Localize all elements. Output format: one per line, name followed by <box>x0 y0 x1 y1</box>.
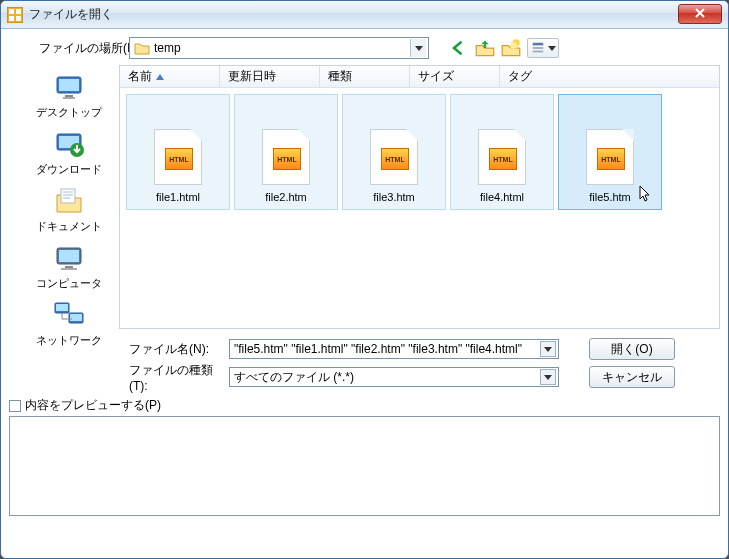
file-tile[interactable]: HTML file5.htm <box>558 94 662 210</box>
sidebar-item-downloads[interactable]: ダウンロード <box>36 128 102 177</box>
svg-rect-20 <box>61 268 77 270</box>
column-name-label: 名前 <box>128 68 152 85</box>
svg-rect-18 <box>59 250 79 262</box>
preview-block: 内容をプレビューする(P) <box>9 397 720 516</box>
file-tile[interactable]: HTML file3.htm <box>342 94 446 210</box>
app-icon <box>7 7 23 23</box>
sidebar-item-label: デスクトップ <box>36 105 102 120</box>
sidebar-item-label: ネットワーク <box>36 333 102 348</box>
filetype-row: ファイルの種類(T): すべてのファイル (*.*) キャンセル <box>129 365 720 389</box>
column-date-label: 更新日時 <box>228 68 276 85</box>
column-type-label: 種類 <box>328 68 352 85</box>
network-icon <box>53 299 85 331</box>
sort-asc-icon <box>156 74 164 80</box>
window-title: ファイルを開く <box>29 6 113 23</box>
preview-label: 内容をプレビューする(P) <box>25 397 161 414</box>
svg-rect-2 <box>16 9 21 14</box>
filename-drop-icon[interactable] <box>540 341 556 357</box>
column-type[interactable]: 種類 <box>320 66 410 87</box>
svg-rect-16 <box>61 189 75 203</box>
open-button[interactable]: 開く(O) <box>589 338 675 360</box>
svg-rect-1 <box>9 9 14 14</box>
file-tile[interactable]: HTML file2.htm <box>234 94 338 210</box>
svg-rect-11 <box>65 95 73 97</box>
filename-row: ファイル名(N): "file5.htm" "file1.html" "file… <box>129 337 720 361</box>
preview-pane <box>9 416 720 516</box>
preview-checkbox[interactable] <box>9 400 21 412</box>
sidebar-item-label: ダウンロード <box>36 162 102 177</box>
documents-icon <box>53 185 85 217</box>
svg-rect-10 <box>59 79 79 91</box>
new-folder-button[interactable] <box>501 38 521 58</box>
close-icon <box>695 7 705 21</box>
html-file-icon: HTML <box>586 129 634 185</box>
sidebar-item-network[interactable]: ネットワーク <box>36 299 102 348</box>
html-file-icon: HTML <box>154 129 202 185</box>
sidebar-item-label: ドキュメント <box>36 219 102 234</box>
svg-rect-7 <box>532 47 543 49</box>
location-value: temp <box>154 41 410 55</box>
column-size-label: サイズ <box>418 68 454 85</box>
file-list-area: 名前 更新日時 種類 サイズ タグ HTML file1.html HTML <box>119 65 720 329</box>
sidebar-item-desktop[interactable]: デスクトップ <box>36 71 102 120</box>
filename-value: "file5.htm" "file1.html" "file2.htm" "fi… <box>234 342 540 356</box>
file-label: file3.htm <box>373 191 415 203</box>
file-label: file1.html <box>156 191 200 203</box>
svg-rect-19 <box>65 266 73 268</box>
places-sidebar: デスクトップ ダウンロード ドキュメント コンピュータ ネットワーク <box>19 65 119 329</box>
file-label: file5.htm <box>589 191 631 203</box>
titlebar: ファイルを開く <box>1 1 728 29</box>
svg-rect-6 <box>532 43 543 46</box>
downloads-icon <box>53 128 85 160</box>
svg-rect-3 <box>9 16 14 21</box>
close-button[interactable] <box>678 4 722 24</box>
computer-icon <box>53 242 85 274</box>
back-button[interactable] <box>449 38 469 58</box>
html-file-icon: HTML <box>478 129 526 185</box>
folder-icon <box>134 40 150 56</box>
sidebar-item-label: コンピュータ <box>36 276 102 291</box>
column-headers: 名前 更新日時 種類 サイズ タグ <box>120 66 719 88</box>
open-file-dialog: ファイルを開く ファイルの場所(I): temp <box>0 0 729 559</box>
svg-rect-4 <box>16 16 21 21</box>
view-menu-button[interactable] <box>527 38 559 58</box>
svg-rect-12 <box>63 97 75 99</box>
cancel-button[interactable]: キャンセル <box>589 366 675 388</box>
filename-label: ファイル名(N): <box>129 341 229 358</box>
cancel-button-label: キャンセル <box>602 369 662 386</box>
file-label: file2.htm <box>265 191 307 203</box>
sidebar-item-computer[interactable]: コンピュータ <box>36 242 102 291</box>
column-date[interactable]: 更新日時 <box>220 66 320 87</box>
html-file-icon: HTML <box>262 129 310 185</box>
filetype-label: ファイルの種類(T): <box>129 362 229 393</box>
svg-rect-24 <box>70 314 82 321</box>
filename-form: ファイル名(N): "file5.htm" "file1.html" "file… <box>129 337 720 389</box>
column-tag[interactable]: タグ <box>500 66 719 87</box>
dialog-body: ファイルの場所(I): temp <box>9 35 720 550</box>
html-file-icon: HTML <box>370 129 418 185</box>
files-container: HTML file1.html HTML file2.htm HTML file… <box>120 88 719 328</box>
file-label: file4.html <box>480 191 524 203</box>
up-one-level-button[interactable] <box>475 38 495 58</box>
open-button-label: 開く(O) <box>611 341 652 358</box>
location-combo[interactable]: temp <box>129 37 429 59</box>
svg-rect-22 <box>56 304 68 311</box>
column-size[interactable]: サイズ <box>410 66 500 87</box>
main-area: デスクトップ ダウンロード ドキュメント コンピュータ ネットワーク <box>19 65 720 329</box>
svg-rect-8 <box>532 51 543 53</box>
filename-combo[interactable]: "file5.htm" "file1.html" "file2.htm" "fi… <box>229 339 559 359</box>
desktop-icon <box>53 71 85 103</box>
filetype-combo[interactable]: すべてのファイル (*.*) <box>229 367 559 387</box>
column-name[interactable]: 名前 <box>120 66 220 87</box>
filetype-value: すべてのファイル (*.*) <box>234 369 540 386</box>
preview-checkbox-row: 内容をプレビューする(P) <box>9 397 720 414</box>
location-row: ファイルの場所(I): temp <box>9 35 720 61</box>
column-tag-label: タグ <box>508 68 532 85</box>
file-tile[interactable]: HTML file4.html <box>450 94 554 210</box>
location-label: ファイルの場所(I): <box>39 40 129 57</box>
sidebar-item-documents[interactable]: ドキュメント <box>36 185 102 234</box>
filetype-drop-icon[interactable] <box>540 369 556 385</box>
file-tile[interactable]: HTML file1.html <box>126 94 230 210</box>
nav-toolbar <box>449 38 559 58</box>
location-drop-icon[interactable] <box>410 39 426 57</box>
